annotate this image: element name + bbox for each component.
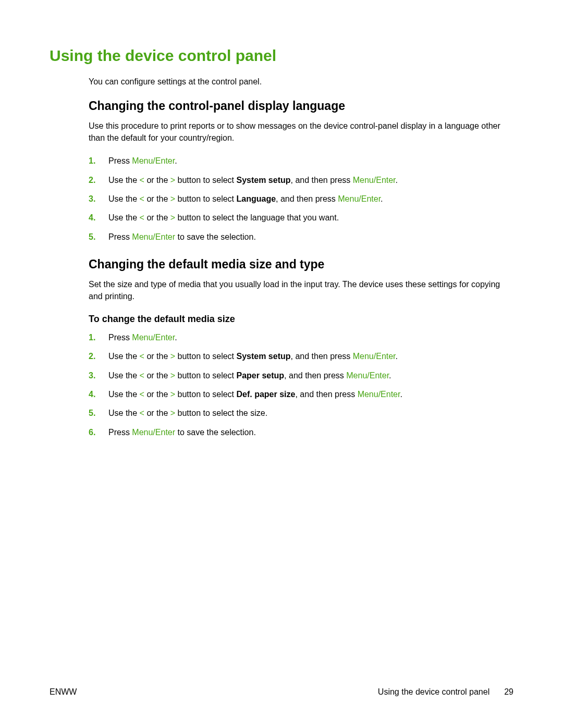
step-list: Press Menu/Enter.Use the < or the > butt… bbox=[89, 155, 513, 243]
highlight-text: > bbox=[170, 390, 175, 399]
highlight-text: < bbox=[140, 409, 144, 417]
intro-paragraph: You can configure settings at the contro… bbox=[89, 76, 513, 88]
section-heading: Changing the control-panel display langu… bbox=[89, 99, 513, 113]
highlight-text: < bbox=[140, 194, 144, 203]
step-item: Use the < or the > button to select Pape… bbox=[89, 370, 513, 381]
highlight-text: < bbox=[140, 352, 144, 361]
step-item: Press Menu/Enter. bbox=[89, 332, 513, 343]
step-item: Press Menu/Enter to save the selection. bbox=[89, 231, 513, 243]
highlight-text: < bbox=[140, 371, 144, 380]
step-item: Press Menu/Enter to save the selection. bbox=[89, 427, 513, 438]
footer-right: Using the device control panel 29 bbox=[378, 687, 513, 697]
highlight-text: Menu/Enter bbox=[358, 390, 400, 399]
highlight-text: > bbox=[170, 176, 175, 184]
section-paragraph: Set the size and type of media that you … bbox=[89, 279, 513, 302]
highlight-text: Menu/Enter bbox=[346, 371, 389, 380]
bold-text: Paper setup bbox=[237, 371, 285, 380]
highlight-text: Menu/Enter bbox=[338, 194, 381, 203]
highlight-text: Menu/Enter bbox=[132, 428, 175, 437]
highlight-text: > bbox=[170, 194, 175, 203]
highlight-text: > bbox=[170, 371, 175, 380]
step-item: Use the < or the > button to select the … bbox=[89, 212, 513, 224]
highlight-text: Menu/Enter bbox=[132, 156, 175, 165]
highlight-text: > bbox=[170, 213, 175, 222]
highlight-text: Menu/Enter bbox=[353, 352, 396, 361]
highlight-text: < bbox=[140, 176, 144, 184]
bold-text: System setup bbox=[237, 176, 291, 184]
page: Using the device control panel You can c… bbox=[0, 0, 563, 728]
step-item: Press Menu/Enter. bbox=[89, 155, 513, 167]
step-item: Use the < or the > button to select Syst… bbox=[89, 351, 513, 362]
footer-page-number: 29 bbox=[504, 687, 513, 697]
highlight-text: Menu/Enter bbox=[132, 232, 175, 241]
footer-section-title: Using the device control panel bbox=[378, 687, 489, 697]
step-item: Use the < or the > button to select the … bbox=[89, 408, 513, 419]
highlight-text: Menu/Enter bbox=[353, 176, 396, 184]
step-item: Use the < or the > button to select Lang… bbox=[89, 193, 513, 205]
page-title: Using the device control panel bbox=[50, 47, 513, 65]
highlight-text: Menu/Enter bbox=[132, 333, 175, 342]
step-list: Press Menu/Enter.Use the < or the > butt… bbox=[89, 332, 513, 438]
subsection-heading: To change the default media size bbox=[89, 314, 513, 325]
bold-text: System setup bbox=[237, 352, 291, 361]
bold-text: Def. paper size bbox=[237, 390, 296, 399]
section-paragraph: Use this procedure to print reports or t… bbox=[89, 120, 513, 144]
body: You can configure settings at the contro… bbox=[89, 76, 513, 438]
highlight-text: > bbox=[170, 409, 175, 417]
page-footer: ENWW Using the device control panel 29 bbox=[50, 687, 513, 697]
footer-left: ENWW bbox=[50, 687, 77, 697]
highlight-text: > bbox=[170, 352, 175, 361]
section-heading: Changing the default media size and type bbox=[89, 257, 513, 272]
highlight-text: < bbox=[140, 390, 144, 399]
bold-text: Language bbox=[237, 194, 276, 203]
step-item: Use the < or the > button to select Def.… bbox=[89, 389, 513, 400]
step-item: Use the < or the > button to select Syst… bbox=[89, 175, 513, 186]
highlight-text: < bbox=[140, 213, 144, 222]
